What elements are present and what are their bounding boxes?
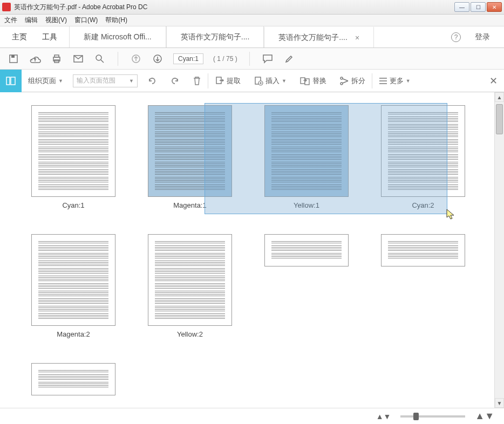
chevron-down-icon: ▼ [129, 78, 134, 84]
thumbnail-label: Magenta:2 [57, 330, 90, 338]
mail-icon[interactable] [72, 53, 84, 65]
page-thumbnail[interactable]: Magenta:1 [148, 105, 232, 209]
app-icon [2, 3, 11, 11]
range-placeholder: 输入页面范围 [77, 76, 115, 85]
split-button[interactable]: 拆分 [333, 70, 372, 92]
organize-label: 组织页面 [28, 76, 56, 86]
close-button[interactable]: ✕ [487, 2, 502, 12]
help-icon[interactable]: ? [451, 32, 461, 42]
tab-tools[interactable]: 工具 [42, 32, 57, 42]
title-bar: 英语作文万能句子.pdf - Adobe Acrobat Pro DC — ☐ … [0, 0, 504, 15]
highlight-icon[interactable] [283, 53, 295, 65]
zoom-slider[interactable] [400, 415, 465, 418]
login-link[interactable]: 登录 [475, 32, 490, 42]
page-thumbnail[interactable] [264, 234, 349, 338]
page-thumbnail[interactable]: Cyan:1 [31, 105, 115, 209]
svg-rect-9 [6, 77, 10, 85]
cloud-icon[interactable] [29, 53, 41, 65]
menu-view[interactable]: 视图(V) [45, 16, 67, 25]
save-icon[interactable] [8, 53, 19, 65]
status-bar: ▲▼ ▲▼ [0, 408, 504, 424]
svg-rect-3 [55, 55, 59, 57]
menu-window[interactable]: 窗口(W) [74, 16, 98, 25]
search-icon[interactable] [94, 53, 106, 65]
svg-point-6 [96, 55, 101, 60]
svg-rect-1 [11, 55, 15, 58]
page-thumbnail[interactable]: Yellow:1 [264, 105, 349, 209]
window-controls: — ☐ ✕ [453, 2, 502, 12]
prev-page-icon[interactable] [130, 53, 142, 65]
more-dropdown[interactable]: 更多 ▼ [372, 70, 417, 92]
page-indicator-input[interactable]: Cyan:1 [173, 53, 203, 64]
svg-point-16 [340, 77, 343, 79]
page-thumbnail[interactable]: Yellow:2 [148, 234, 232, 338]
zoom-slider-thumb[interactable] [413, 413, 419, 420]
thumbnail-label: Yellow:1 [294, 201, 319, 209]
chevron-down-icon: ▼ [58, 78, 63, 84]
chevron-down-icon: ▼ [406, 78, 411, 84]
replace-label: 替换 [312, 76, 326, 86]
document-tab-3-label: 英语作文万能句子.... [278, 33, 348, 43]
insert-label: 插入 [265, 76, 280, 86]
extract-label: 提取 [227, 76, 241, 86]
extract-button[interactable]: 提取 [208, 70, 247, 92]
page-range-input[interactable]: 输入页面范围▼ [73, 74, 138, 87]
scroll-down-arrow[interactable]: ▼ [495, 398, 504, 408]
more-label: 更多 [390, 76, 404, 86]
document-tabs-bar: 主页 工具 新建 Microsoft Offi... 英语作文万能句子.... … [0, 26, 504, 48]
maximize-button[interactable]: ☐ [471, 2, 486, 12]
organize-panel-icon[interactable] [0, 70, 22, 92]
page-count-label: ( 1 / 75 ) [213, 55, 237, 63]
rotate-cw-button[interactable] [164, 70, 186, 92]
menu-edit[interactable]: 编辑 [25, 16, 38, 25]
insert-dropdown[interactable]: 插入 ▼ [247, 70, 293, 92]
tab-home[interactable]: 主页 [12, 32, 27, 42]
page-thumbnail[interactable] [31, 363, 115, 395]
menu-help[interactable]: 帮助(H) [105, 16, 127, 25]
thumbnail-label: Cyan:2 [412, 201, 434, 209]
zoom-out-icon[interactable]: ▲▼ [376, 412, 391, 421]
svg-rect-10 [11, 77, 15, 85]
close-organize-button[interactable]: ✕ [483, 70, 504, 92]
organize-pages-dropdown[interactable]: 组织页面▼ [22, 70, 70, 92]
split-label: 拆分 [351, 76, 365, 86]
zoom-in-icon[interactable]: ▲▼ [475, 411, 494, 422]
chevron-down-icon: ▼ [282, 78, 287, 84]
vertical-scrollbar[interactable]: ▲ ▼ [494, 92, 504, 408]
document-tab-1-label: 新建 Microsoft Offi... [84, 32, 152, 42]
toolbar-separator [118, 52, 118, 66]
svg-point-17 [340, 83, 343, 85]
comment-icon[interactable] [262, 53, 274, 65]
organize-toolbar: 组织页面▼ 输入页面范围▼ 提取 插入 ▼ 替换 拆分 更多 ▼ ✕ [0, 70, 504, 92]
window-title: 英语作文万能句子.pdf - Adobe Acrobat Pro DC [14, 3, 453, 12]
document-tab-2-label: 英语作文万能句子.... [181, 32, 250, 42]
page-thumbnail[interactable] [381, 234, 465, 338]
delete-button[interactable] [186, 70, 208, 92]
minimize-button[interactable]: — [454, 2, 469, 12]
toolbar-separator [249, 52, 250, 66]
thumbnail-label: Magenta:1 [173, 201, 206, 209]
rotate-ccw-button[interactable] [141, 70, 164, 92]
page-thumbnail[interactable]: Magenta:2 [31, 234, 115, 338]
next-page-icon[interactable] [152, 53, 164, 65]
menu-file[interactable]: 文件 [4, 16, 17, 25]
thumbnails-panel: Cyan:1 Magenta:1 Yellow:1 Cyan:2 Magenta… [22, 92, 494, 408]
close-tab-icon[interactable]: × [355, 33, 359, 42]
page-thumbnail[interactable]: Cyan:2 [381, 105, 465, 209]
thumbnail-label: Yellow:2 [177, 330, 203, 338]
main-toolbar: Cyan:1 ( 1 / 75 ) [0, 48, 504, 70]
document-tab-3[interactable]: 英语作文万能句子....× [264, 26, 374, 47]
document-tab-2[interactable]: 英语作文万能句子.... [166, 26, 264, 47]
thumbnail-label: Cyan:1 [62, 201, 84, 209]
replace-button[interactable]: 替换 [293, 70, 333, 92]
scroll-up-arrow[interactable]: ▲ [495, 92, 504, 102]
print-icon[interactable] [51, 53, 63, 65]
menu-bar: 文件 编辑 视图(V) 窗口(W) 帮助(H) [0, 15, 504, 26]
document-tab-1[interactable]: 新建 Microsoft Offi... [69, 26, 166, 47]
scroll-thumb[interactable] [496, 104, 503, 134]
